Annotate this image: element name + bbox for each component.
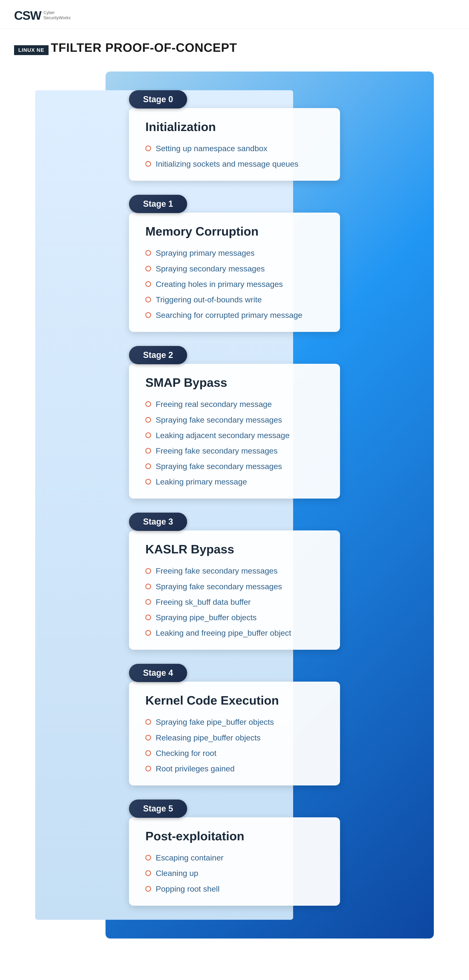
stage-title-0: Initialization <box>145 120 324 134</box>
stage-items-4: Spraying fake pipe_buffer objectsReleasi… <box>145 717 324 774</box>
page-title-area: LINUX NETFILTER PROOF-OF-CONCEPT <box>0 29 469 62</box>
list-item-text: Freeing sk_buff data buffer <box>156 597 251 607</box>
logo-csw: CSW <box>14 10 41 22</box>
list-item: Spraying primary messages <box>145 248 324 258</box>
list-item-text: Popping root shell <box>156 884 220 894</box>
stage-block-3: Stage 3KASLR BypassFreeing fake secondar… <box>129 512 340 650</box>
stage-label-3: Stage 3 <box>129 512 187 531</box>
bg-wrapper: Stage 0InitializationSetting up namespac… <box>35 72 434 939</box>
stage-label-0: Stage 0 <box>129 90 187 108</box>
stage-label-2: Stage 2 <box>129 346 187 364</box>
list-item: Searching for corrupted primary message <box>145 310 324 320</box>
bullet-icon <box>145 161 151 167</box>
list-item-text: Spraying pipe_buffer objects <box>156 612 257 622</box>
list-item-text: Initializing sockets and message queues <box>156 159 298 169</box>
stages-container: Stage 0InitializationSetting up namespac… <box>35 72 434 939</box>
bullet-icon <box>145 630 151 636</box>
bullet-icon <box>145 297 151 302</box>
list-item: Leaking adjacent secondary message <box>145 430 324 441</box>
list-item-text: Freeing fake secondary messages <box>156 445 278 456</box>
stage-block-4: Stage 4Kernel Code ExecutionSpraying fak… <box>129 664 340 786</box>
linux-badge: LINUX NE <box>14 45 49 55</box>
list-item-text: Setting up namespace sandbox <box>156 143 267 154</box>
bullet-icon <box>145 584 151 589</box>
bullet-icon <box>145 599 151 605</box>
list-item: Leaking and freeing pipe_buffer object <box>145 628 324 638</box>
list-item: Checking for root <box>145 748 324 758</box>
list-item: Root privileges gained <box>145 764 324 774</box>
stage-title-5: Post-exploitation <box>145 829 324 843</box>
bullet-icon <box>145 614 151 620</box>
header: CSW Cyber SecurityWorks <box>0 0 469 29</box>
stage-block-5: Stage 5Post-exploitationEscaping contain… <box>129 800 340 906</box>
bullet-icon <box>145 401 151 407</box>
list-item: Leaking primary message <box>145 477 324 487</box>
bullet-icon <box>145 281 151 287</box>
list-item-text: Spraying primary messages <box>156 248 254 258</box>
list-item-text: Root privileges gained <box>156 764 234 774</box>
bullet-icon <box>145 568 151 574</box>
stage-label-5: Stage 5 <box>129 800 187 818</box>
stage-card-2: SMAP BypassFreeing real secondary messag… <box>129 364 340 498</box>
list-item: Spraying secondary messages <box>145 264 324 274</box>
page-title: TFILTER PROOF-OF-CONCEPT <box>51 41 237 54</box>
bullet-icon <box>145 312 151 318</box>
list-item-text: Leaking adjacent secondary message <box>156 430 290 441</box>
stage-card-4: Kernel Code ExecutionSpraying fake pipe_… <box>129 682 340 786</box>
list-item: Initializing sockets and message queues <box>145 159 324 169</box>
list-item-text: Creating holes in primary messages <box>156 279 283 289</box>
bullet-icon <box>145 766 151 772</box>
list-item: Freeing fake secondary messages <box>145 445 324 456</box>
stage-card-3: KASLR BypassFreeing fake secondary messa… <box>129 530 340 650</box>
list-item-text: Searching for corrupted primary message <box>156 310 303 320</box>
bullet-icon <box>145 479 151 485</box>
stage-label-1: Stage 1 <box>129 195 187 213</box>
list-item: Spraying fake secondary messages <box>145 415 324 425</box>
bullet-icon <box>145 735 151 740</box>
list-item-text: Triggering out-of-bounds write <box>156 294 262 305</box>
list-item-text: Spraying fake secondary messages <box>156 415 282 425</box>
list-item-text: Cleaning up <box>156 868 198 878</box>
bullet-icon <box>145 250 151 256</box>
list-item: Popping root shell <box>145 884 324 894</box>
list-item: Spraying fake secondary messages <box>145 461 324 471</box>
stage-card-5: Post-exploitationEscaping containerClean… <box>129 817 340 906</box>
stage-items-5: Escaping containerCleaning upPopping roo… <box>145 853 324 894</box>
list-item: Setting up namespace sandbox <box>145 143 324 154</box>
list-item-text: Spraying fake secondary messages <box>156 461 282 471</box>
list-item-text: Freeing fake secondary messages <box>156 566 278 576</box>
bullet-icon <box>145 433 151 438</box>
logo: CSW Cyber SecurityWorks <box>14 10 70 22</box>
bullet-icon <box>145 146 151 151</box>
bullet-icon <box>145 750 151 756</box>
list-item: Escaping container <box>145 853 324 863</box>
stage-block-0: Stage 0InitializationSetting up namespac… <box>129 90 340 181</box>
list-item: Creating holes in primary messages <box>145 279 324 289</box>
logo-tagline: Cyber SecurityWorks <box>43 10 70 21</box>
stage-title-4: Kernel Code Execution <box>145 693 324 707</box>
list-item: Cleaning up <box>145 868 324 878</box>
stage-items-0: Setting up namespace sandboxInitializing… <box>145 143 324 169</box>
list-item: Freeing real secondary message <box>145 399 324 409</box>
stage-title-3: KASLR Bypass <box>145 542 324 556</box>
bullet-icon <box>145 448 151 453</box>
stage-block-2: Stage 2SMAP BypassFreeing real secondary… <box>129 346 340 498</box>
list-item: Spraying fake pipe_buffer objects <box>145 717 324 727</box>
stage-items-1: Spraying primary messagesSpraying second… <box>145 248 324 320</box>
list-item-text: Freeing real secondary message <box>156 399 272 409</box>
list-item: Spraying fake secondary messages <box>145 581 324 592</box>
list-item-text: Spraying fake secondary messages <box>156 581 282 592</box>
list-item: Triggering out-of-bounds write <box>145 294 324 305</box>
stage-card-0: InitializationSetting up namespace sandb… <box>129 108 340 181</box>
bullet-icon <box>145 855 151 861</box>
list-item-text: Checking for root <box>156 748 217 758</box>
stage-block-1: Stage 1Memory CorruptionSpraying primary… <box>129 195 340 332</box>
stage-card-1: Memory CorruptionSpraying primary messag… <box>129 213 340 332</box>
list-item-text: Leaking and freeing pipe_buffer object <box>156 628 291 638</box>
list-item: Freeing fake secondary messages <box>145 566 324 576</box>
list-item-text: Escaping container <box>156 853 223 863</box>
list-item-text: Spraying fake pipe_buffer objects <box>156 717 274 727</box>
stage-title-2: SMAP Bypass <box>145 375 324 390</box>
list-item: Releasing pipe_buffer objects <box>145 732 324 743</box>
list-item-text: Spraying secondary messages <box>156 264 265 274</box>
